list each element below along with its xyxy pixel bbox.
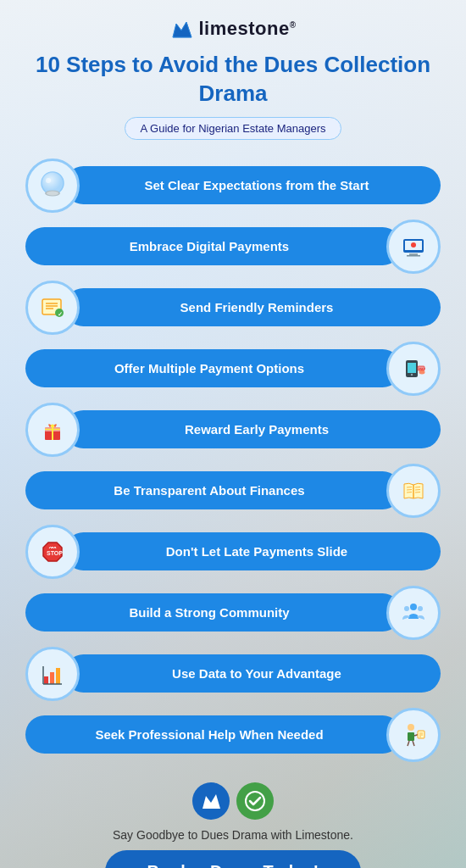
step-row-6: Be Transparent About Finances [25, 464, 441, 518]
step-row-1: Set Clear Expectations from the Start [25, 159, 441, 213]
svg-point-7 [411, 242, 416, 248]
step-icon-10 [386, 708, 441, 762]
svg-point-44 [408, 724, 414, 731]
svg-rect-9 [407, 255, 420, 257]
footer-section: Say Goodbye to Dues Drama with Limestone… [25, 782, 441, 868]
svg-rect-47 [418, 731, 424, 738]
step-row-10: Seek Professional Help When Needed [25, 708, 441, 762]
logo: limestone® [169, 17, 296, 41]
main-title: 10 Steps to Avoid the Dues Collection Dr… [25, 51, 441, 108]
footer-logo-icon [192, 782, 230, 820]
step-icon-5 [25, 403, 80, 457]
step-pill-8: Build a Strong Community [25, 593, 402, 632]
svg-line-28 [407, 487, 412, 487]
logo-icon [169, 17, 193, 41]
step-icon-1 [25, 159, 80, 213]
svg-point-37 [404, 606, 409, 611]
svg-point-53 [246, 792, 264, 810]
svg-rect-8 [409, 253, 418, 255]
step-icon-2 [386, 220, 441, 274]
step-pill-5: Reward Early Payments [64, 410, 441, 448]
step-pill-6: Be Transparent About Finances [25, 471, 402, 509]
step-pill-2: Embrace Digital Payments [25, 227, 402, 265]
steps-list: Set Clear Expectations from the Start Em… [25, 159, 441, 762]
step-icon-9 [25, 647, 80, 701]
step-pill-3: Send Friendly Reminders [64, 288, 441, 326]
svg-point-36 [410, 604, 417, 610]
svg-line-32 [415, 489, 420, 490]
svg-line-52 [413, 741, 414, 746]
step-row-7: STOP Don't Let Late Payments Slide [25, 525, 441, 579]
svg-rect-17 [408, 363, 416, 373]
svg-point-21 [419, 370, 425, 374]
svg-line-31 [415, 487, 420, 487]
svg-rect-39 [44, 676, 48, 684]
footer-check-icon [236, 782, 274, 820]
step-icon-8 [386, 586, 441, 640]
logo-text: limestone® [198, 18, 296, 40]
step-icon-6 [386, 464, 441, 518]
svg-text:✓: ✓ [58, 310, 63, 316]
step-row-8: Build a Strong Community [25, 586, 441, 640]
step-icon-7: STOP [25, 525, 80, 579]
svg-line-30 [407, 492, 412, 492]
step-pill-4: Offer Multiple Payment Options [25, 349, 402, 387]
footer-tagline: Say Goodbye to Dues Drama with Limestone… [113, 828, 353, 842]
step-row-4: PAY Offer Multiple Payment Options [25, 342, 441, 396]
svg-point-3 [47, 191, 58, 195]
step-row-5: Reward Early Payments [25, 403, 441, 457]
step-pill-1: Set Clear Expectations from the Start [64, 166, 441, 204]
step-row-9: Use Data to Your Advantage [25, 647, 441, 701]
svg-line-51 [408, 741, 409, 746]
svg-point-4 [46, 178, 51, 183]
svg-rect-40 [50, 672, 54, 684]
svg-point-38 [418, 606, 423, 611]
step-row-2: Embrace Digital Payments [25, 220, 441, 274]
svg-point-26 [51, 424, 54, 427]
footer-icons [192, 782, 274, 820]
subtitle-badge: A Guide for Nigerian Estate Managers [125, 117, 342, 140]
step-row-3: ✓ Send Friendly Reminders [25, 281, 441, 335]
step-icon-4: PAY [386, 342, 441, 396]
svg-rect-41 [56, 668, 60, 684]
step-pill-9: Use Data to Your Advantage [64, 654, 441, 693]
svg-rect-45 [408, 732, 414, 741]
cta-button[interactable]: Book a Demo Today! [105, 850, 362, 868]
step-pill-10: Seek Professional Help When Needed [25, 715, 402, 754]
step-pill-7: Don't Let Late Payments Slide [64, 532, 441, 570]
svg-point-18 [411, 373, 413, 375]
svg-line-33 [415, 492, 420, 492]
svg-text:STOP: STOP [47, 550, 63, 556]
step-icon-3: ✓ [25, 281, 80, 335]
svg-line-29 [407, 489, 412, 490]
